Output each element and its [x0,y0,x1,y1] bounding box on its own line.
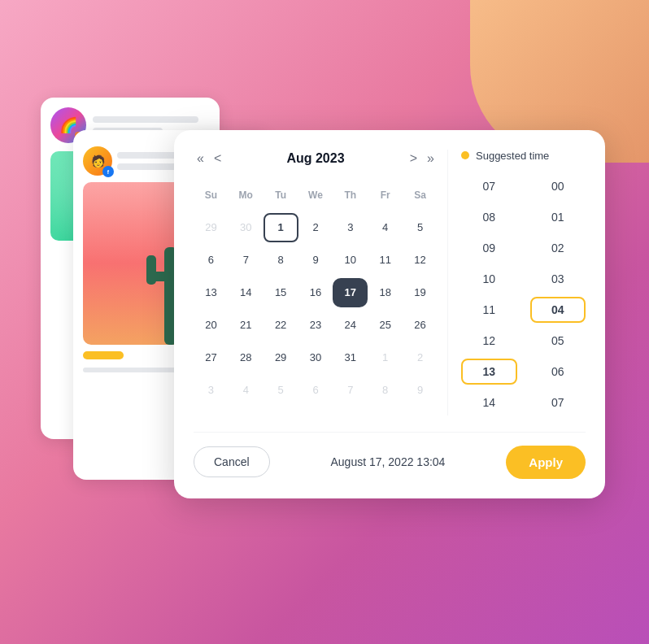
cal-day[interactable]: 20 [194,311,229,340]
cal-day[interactable]: 13 [194,278,229,307]
next-next-month-button[interactable]: » [424,150,438,168]
modal-footer: Cancel August 17, 2022 13:04 Apply [194,432,586,479]
cal-day[interactable]: 2 [403,343,438,372]
cal-week-2: 6 7 8 9 10 11 12 [194,246,438,275]
next-month-button[interactable]: > [407,150,420,168]
header-tu: Tu [264,181,298,210]
min-05[interactable]: 05 [530,328,586,354]
calendar-header: « < Aug 2023 > » [194,150,438,168]
min-03[interactable]: 03 [530,266,586,292]
yellow-bar [83,351,124,359]
header-mo: Mo [229,181,264,210]
cal-day[interactable]: 28 [229,343,264,372]
suggested-dot [461,151,469,159]
hour-10[interactable]: 10 [461,266,517,292]
cal-day[interactable]: 14 [229,278,264,307]
cal-day[interactable]: 30 [229,213,264,242]
cal-week-1: 29 30 1 2 3 4 5 [194,213,438,242]
hour-11[interactable]: 11 [461,297,517,323]
cal-day[interactable]: 10 [333,246,368,275]
apply-button[interactable]: Apply [506,446,586,479]
cal-day[interactable]: 31 [333,343,368,372]
prev-month-button[interactable]: < [211,150,224,168]
name-placeholder [93,116,198,123]
hours-column: 07 08 09 10 11 12 13 14 [461,173,517,416]
header-su: Su [194,181,229,210]
cal-day[interactable]: 16 [298,278,333,307]
cal-day[interactable]: 5 [403,213,438,242]
cal-day[interactable]: 1 [368,343,403,372]
cal-day[interactable]: 7 [333,376,368,405]
prev-prev-month-button[interactable]: « [194,150,207,168]
cal-day[interactable]: 5 [264,376,298,405]
calendar-grid: Su Mo Tu We Th Fr Sa 29 30 1 2 3 4 5 [194,181,438,405]
datetime-picker-modal: « < Aug 2023 > » Su Mo Tu We Th Fr [174,130,605,498]
cal-day[interactable]: 15 [264,278,298,307]
cal-day[interactable]: 29 [264,343,298,372]
cal-day[interactable]: 4 [368,213,403,242]
avatar-facebook: 🧑 f [83,146,112,176]
cal-week-6: 3 4 5 6 7 8 9 [194,376,438,405]
time-picker: Suggested time 07 08 09 10 11 12 13 14 0… [447,150,586,416]
cal-day[interactable]: 8 [368,376,403,405]
header-th: Th [333,181,368,210]
hour-13-selected[interactable]: 13 [461,359,517,385]
cancel-button[interactable]: Cancel [194,446,270,477]
facebook-badge: f [102,166,114,177]
cal-day[interactable]: 8 [264,246,298,275]
hour-09[interactable]: 09 [461,235,517,261]
cal-day[interactable]: 21 [229,311,264,340]
min-02[interactable]: 02 [530,235,586,261]
suggested-time-label: Suggested time [476,150,549,162]
cal-day[interactable]: 9 [403,376,438,405]
cal-week-4: 20 21 22 23 24 25 26 [194,311,438,340]
cal-day[interactable]: 12 [403,246,438,275]
cal-day[interactable]: 27 [194,343,229,372]
header-sa: Sa [403,181,438,210]
min-06[interactable]: 06 [530,359,586,385]
header-fr: Fr [368,181,403,210]
min-07[interactable]: 07 [530,389,586,416]
cal-day[interactable]: 3 [333,213,368,242]
cal-day[interactable]: 25 [368,311,403,340]
svg-rect-5 [146,255,156,285]
cal-day[interactable]: 7 [229,246,264,275]
cal-day[interactable]: 24 [333,311,368,340]
hour-12[interactable]: 12 [461,328,517,354]
hour-08[interactable]: 08 [461,204,517,230]
cal-day[interactable]: 6 [298,376,333,405]
time-columns: 07 08 09 10 11 12 13 14 00 01 02 03 04 0… [461,173,586,416]
cal-day-today[interactable]: 1 [264,213,298,242]
cal-day[interactable]: 11 [368,246,403,275]
next-nav-group: > » [407,150,438,168]
min-00[interactable]: 00 [530,173,586,199]
cal-day[interactable]: 4 [229,376,264,405]
cal-day[interactable]: 6 [194,246,229,275]
min-04-selected[interactable]: 04 [530,297,586,323]
hour-07[interactable]: 07 [461,173,517,199]
minutes-column: 00 01 02 03 04 05 06 07 [530,173,586,416]
cal-week-5: 27 28 29 30 31 1 2 [194,343,438,372]
cal-week-3: 13 14 15 16 17 18 19 [194,278,438,307]
cal-day[interactable]: 30 [298,343,333,372]
hour-14[interactable]: 14 [461,389,517,416]
calendar: « < Aug 2023 > » Su Mo Tu We Th Fr [194,150,438,416]
prev-nav-group: « < [194,150,224,168]
calendar-day-headers: Su Mo Tu We Th Fr Sa [194,181,438,210]
cal-day[interactable]: 18 [368,278,403,307]
datetime-display: August 17, 2022 13:04 [331,455,446,468]
suggested-time-row: Suggested time [461,150,586,162]
cal-day[interactable]: 26 [403,311,438,340]
cal-day[interactable]: 3 [194,376,229,405]
calendar-month-label: Aug 2023 [286,151,344,166]
cal-day[interactable]: 19 [403,278,438,307]
cal-day[interactable]: 23 [298,311,333,340]
header-we: We [298,181,333,210]
cal-day[interactable]: 22 [264,311,298,340]
cal-day[interactable]: 29 [194,213,229,242]
cal-day-selected[interactable]: 17 [333,278,368,307]
cal-day[interactable]: 9 [298,246,333,275]
cal-day[interactable]: 2 [298,213,333,242]
min-01[interactable]: 01 [530,204,586,230]
